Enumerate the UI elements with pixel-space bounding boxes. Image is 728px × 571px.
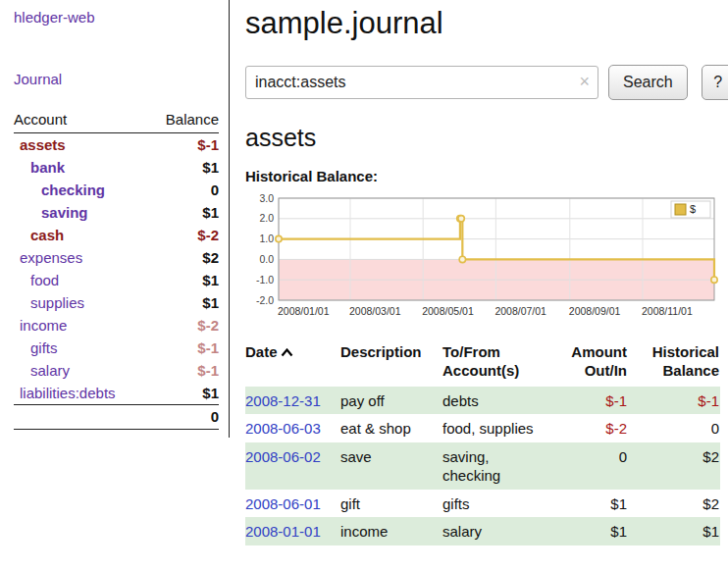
register-account-cell: gifts	[442, 490, 541, 518]
search-input[interactable]	[245, 66, 598, 99]
accounts-header-account: Account	[14, 109, 148, 133]
account-name-cell: gifts	[14, 337, 148, 359]
sort-ascending-icon	[281, 348, 293, 357]
account-row: bank$1	[14, 156, 219, 179]
svg-text:1.0: 1.0	[259, 233, 274, 244]
account-balance: $1	[148, 201, 219, 224]
account-balance: $-1	[148, 359, 219, 382]
transaction-date-link[interactable]: 2008-01-01	[245, 523, 321, 540]
register-date-cell: 2008-01-01	[245, 517, 340, 545]
account-link[interactable]: supplies	[30, 294, 84, 311]
register-description-cell: pay off	[340, 387, 442, 415]
chart-title: Historical Balance:	[245, 168, 728, 184]
sidebar-item-journal[interactable]: Journal	[14, 71, 219, 87]
account-name-cell: income	[14, 314, 148, 337]
register-description-cell: gift	[340, 490, 442, 518]
account-balance: $-1	[148, 133, 219, 157]
accounts-total-value: 0	[148, 405, 219, 430]
account-row: supplies$1	[14, 291, 219, 314]
account-balance: 0	[148, 179, 219, 201]
account-link[interactable]: salary	[30, 362, 70, 379]
register-balance-cell: $2	[628, 442, 720, 490]
register-table: Date Description To/From Account(s) Amou…	[245, 341, 720, 545]
account-link[interactable]: income	[20, 317, 67, 334]
register-header-amount: Amount Out/In	[541, 341, 628, 387]
register-amount-cell: $-1	[541, 387, 628, 415]
account-row: food$1	[14, 269, 219, 291]
account-name-cell: cash	[14, 224, 148, 246]
transaction-date-link[interactable]: 2008-06-03	[245, 420, 321, 437]
account-balance: $-2	[148, 314, 219, 337]
register-description-cell: save	[340, 442, 442, 490]
svg-text:-2.0: -2.0	[256, 294, 274, 306]
account-name-cell: saving	[14, 201, 148, 224]
register-header-date-label: Date	[245, 343, 278, 360]
svg-text:0.0: 0.0	[259, 253, 274, 265]
register-description-cell: eat & shop	[340, 414, 442, 442]
clear-search-icon[interactable]: ×	[579, 72, 590, 92]
account-row: saving$1	[14, 201, 219, 224]
account-link[interactable]: bank	[30, 159, 65, 176]
register-row: 2008-12-31pay offdebts$-1$-1	[245, 387, 720, 415]
transaction-date-link[interactable]: 2008-06-01	[245, 495, 321, 512]
svg-text:2008/09/01: 2008/09/01	[569, 305, 621, 317]
register-date-cell: 2008-06-01	[245, 490, 340, 518]
register-balance-cell: $-1	[628, 387, 720, 415]
svg-text:2008/05/01: 2008/05/01	[422, 305, 474, 317]
register-row: 2008-06-02savesaving, checking0$2	[245, 442, 720, 490]
svg-text:-1.0: -1.0	[256, 274, 274, 286]
accounts-total-row: 0	[14, 405, 219, 430]
account-row: salary$-1	[14, 359, 219, 382]
app-title-link[interactable]: hledger-web	[14, 9, 219, 26]
account-heading: assets	[245, 124, 728, 152]
register-date-cell: 2008-06-03	[245, 414, 340, 442]
register-amount-cell: $1	[541, 517, 628, 545]
account-name-cell: bank	[14, 156, 148, 179]
account-link[interactable]: liabilities:debts	[20, 385, 116, 401]
register-header-account: To/From Account(s)	[442, 341, 541, 387]
register-account-cell: debts	[442, 387, 541, 415]
account-balance: $1	[148, 382, 219, 405]
account-balance: $-1	[148, 337, 219, 359]
main-content: sample.journal × Search ? assets Histori…	[230, 0, 728, 545]
svg-text:2008/07/01: 2008/07/01	[494, 305, 546, 317]
transaction-date-link[interactable]: 2008-06-02	[245, 448, 321, 465]
account-row: liabilities:debts$1	[14, 382, 219, 405]
account-link[interactable]: cash	[30, 227, 64, 243]
account-balance: $1	[148, 269, 219, 291]
svg-text:2008/03/01: 2008/03/01	[349, 305, 401, 317]
svg-text:2.0: 2.0	[259, 212, 274, 224]
account-link[interactable]: gifts	[30, 339, 58, 356]
account-link[interactable]: assets	[20, 136, 66, 153]
register-header-row: Date Description To/From Account(s) Amou…	[245, 341, 720, 387]
register-account-cell: food, supplies	[442, 414, 541, 442]
register-header-balance: Historical Balance	[628, 341, 720, 387]
account-row: checking0	[14, 179, 219, 201]
account-name-cell: assets	[14, 133, 148, 157]
register-amount-cell: $-2	[541, 414, 628, 442]
search-button[interactable]: Search	[608, 65, 688, 100]
account-link[interactable]: saving	[41, 204, 88, 221]
register-amount-cell: $1	[541, 490, 628, 518]
help-button[interactable]: ?	[702, 65, 728, 100]
svg-text:3.0: 3.0	[259, 192, 274, 204]
svg-text:2008/11/01: 2008/11/01	[642, 305, 693, 317]
register-row: 2008-01-01incomesalary$1$1	[245, 517, 720, 545]
register-account-cell: saving, checking	[442, 442, 541, 490]
account-row: gifts$-1	[14, 337, 219, 359]
account-name-cell: liabilities:debts	[14, 382, 148, 405]
accounts-total-spacer	[14, 405, 148, 430]
app: hledger-web Journal Account Balance asse…	[0, 0, 728, 545]
account-link[interactable]: checking	[41, 182, 105, 198]
register-account-cell: salary	[442, 517, 541, 545]
register-row: 2008-06-03eat & shopfood, supplies$-20	[245, 414, 720, 442]
transaction-date-link[interactable]: 2008-12-31	[245, 392, 321, 409]
account-link[interactable]: expenses	[20, 249, 82, 266]
register-balance-cell: 0	[628, 414, 720, 442]
account-row: expenses$2	[14, 246, 219, 269]
account-link[interactable]: food	[30, 272, 59, 288]
register-header-date[interactable]: Date	[245, 341, 340, 387]
page-title: sample.journal	[245, 6, 728, 41]
register-balance-cell: $2	[628, 490, 720, 518]
svg-text:$: $	[690, 203, 696, 215]
